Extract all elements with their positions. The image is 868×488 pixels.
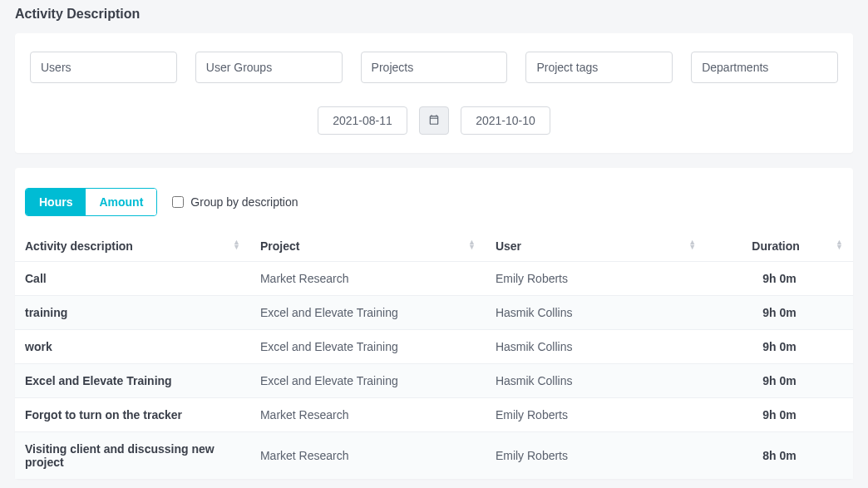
filter-projects[interactable]: Projects xyxy=(361,52,508,83)
cell-project: Excel and Elevate Training xyxy=(250,364,486,398)
table-row: Forgot to turn on the trackerMarket Rese… xyxy=(15,398,853,432)
table-row: CallMarket ResearchEmily Roberts9h 0m xyxy=(15,262,853,296)
group-by-label: Group by description xyxy=(190,195,298,209)
col-activity-label: Activity description xyxy=(25,239,133,253)
cell-project: Market Research xyxy=(250,262,486,296)
cell-duration: 9h 0m xyxy=(706,262,853,296)
cell-activity: Call xyxy=(15,262,250,296)
calendar-icon xyxy=(428,114,440,128)
table-row: trainingExcel and Elevate TrainingHasmik… xyxy=(15,296,853,330)
date-end-input[interactable] xyxy=(461,106,550,135)
filters-card: Users User Groups Projects Project tags … xyxy=(15,33,853,153)
cell-duration: 8h 0m xyxy=(706,432,853,480)
col-project[interactable]: Project ▲▼ xyxy=(250,231,486,262)
date-row xyxy=(30,106,838,135)
cell-user: Hasmik Collins xyxy=(486,364,706,398)
filter-departments[interactable]: Departments xyxy=(691,52,838,83)
group-by-checkbox[interactable]: Group by description xyxy=(172,195,298,209)
cell-user: Emily Roberts xyxy=(486,398,706,432)
group-by-checkbox-input[interactable] xyxy=(172,196,184,208)
cell-project: Market Research xyxy=(250,398,486,432)
cell-user: Hasmik Collins xyxy=(486,296,706,330)
cell-project: Excel and Elevate Training xyxy=(250,330,486,364)
col-user-label: User xyxy=(496,239,521,253)
table-row: Visiting client and discussing new proje… xyxy=(15,432,853,480)
cell-project: Market Research xyxy=(250,432,486,480)
cell-activity: Forgot to turn on the tracker xyxy=(15,398,250,432)
calendar-button[interactable] xyxy=(419,106,449,135)
sort-icon: ▲▼ xyxy=(836,239,843,249)
table-controls: Hours Amount Group by description xyxy=(15,188,853,231)
table-card: Hours Amount Group by description Activi… xyxy=(15,168,853,479)
activity-table: Activity description ▲▼ Project ▲▼ User … xyxy=(15,231,853,479)
cell-activity: work xyxy=(15,330,250,364)
cell-activity: training xyxy=(15,296,250,330)
cell-duration: 9h 0m xyxy=(706,398,853,432)
col-duration[interactable]: Duration ▲▼ xyxy=(706,231,853,262)
sort-icon: ▲▼ xyxy=(468,239,476,249)
cell-activity: Visiting client and discussing new proje… xyxy=(15,432,250,480)
cell-user: Hasmik Collins xyxy=(486,330,706,364)
sort-icon: ▲▼ xyxy=(233,239,240,249)
toggle-amount[interactable]: Amount xyxy=(86,189,156,215)
cell-duration: 9h 0m xyxy=(706,364,853,398)
table-row: workExcel and Elevate TrainingHasmik Col… xyxy=(15,330,853,364)
filters-row: Users User Groups Projects Project tags … xyxy=(30,52,838,83)
sort-icon: ▲▼ xyxy=(688,239,696,249)
cell-duration: 9h 0m xyxy=(706,296,853,330)
table-row: Excel and Elevate TrainingExcel and Elev… xyxy=(15,364,853,398)
col-duration-label: Duration xyxy=(752,239,800,253)
hours-amount-toggle: Hours Amount xyxy=(25,188,157,216)
cell-duration: 9h 0m xyxy=(706,330,853,364)
cell-user: Emily Roberts xyxy=(486,432,706,480)
filter-users[interactable]: Users xyxy=(30,52,177,83)
filter-project-tags[interactable]: Project tags xyxy=(525,52,673,83)
col-user[interactable]: User ▲▼ xyxy=(486,231,706,262)
page-title: Activity Description xyxy=(0,0,868,33)
date-start-input[interactable] xyxy=(318,106,407,135)
col-activity[interactable]: Activity description ▲▼ xyxy=(15,231,250,262)
cell-activity: Excel and Elevate Training xyxy=(15,364,250,398)
filter-user-groups[interactable]: User Groups xyxy=(195,52,343,83)
col-project-label: Project xyxy=(260,239,299,253)
toggle-hours[interactable]: Hours xyxy=(26,189,86,215)
cell-user: Emily Roberts xyxy=(486,262,706,296)
cell-project: Excel and Elevate Training xyxy=(250,296,486,330)
